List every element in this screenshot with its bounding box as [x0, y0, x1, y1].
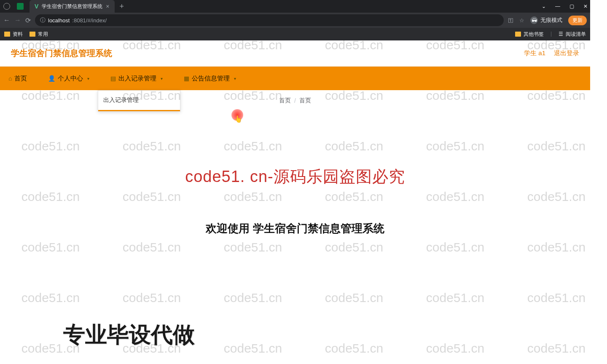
- watermark-banner: code51. cn-源码乐园盗图必究: [0, 166, 590, 187]
- nav-records[interactable]: ▤出入记录管理▾: [110, 75, 163, 83]
- info-icon: ⓘ: [40, 16, 46, 24]
- tab-strip: V 学生宿舍门禁信息管理系统 × +: [0, 0, 124, 13]
- url-path: :8081/#/index/: [72, 17, 107, 24]
- nav-profile[interactable]: 👤个人中心▾: [48, 75, 89, 83]
- main-content: code51. cn-源码乐园盗图必究 欢迎使用 学生宿舍门禁信息管理系统 专业…: [0, 111, 590, 350]
- new-tab-button[interactable]: +: [120, 2, 124, 11]
- separator: |: [551, 31, 552, 38]
- key-icon[interactable]: ⚿: [508, 17, 513, 24]
- update-button[interactable]: 更新: [568, 16, 587, 25]
- main-nav: ⌂首页 👤个人中心▾ ▤出入记录管理▾ ▦公告信息管理▾ 出入记录管理 👆: [0, 67, 590, 90]
- promo-text: 专业毕设代做: [0, 320, 590, 350]
- reload-button[interactable]: ⟳: [25, 16, 31, 24]
- minimize-icon[interactable]: —: [555, 3, 560, 9]
- star-icon[interactable]: ☆: [519, 17, 524, 24]
- tab-title: 学生宿舍门禁信息管理系统: [42, 3, 102, 10]
- app-title: 学生宿舍门禁信息管理系统: [11, 48, 112, 59]
- folder-icon: [30, 32, 35, 37]
- app-header: 学生宿舍门禁信息管理系统 学生 a1 退出登录: [0, 40, 590, 67]
- vue-logo-icon: V: [35, 3, 38, 10]
- user-info[interactable]: 学生 a1: [524, 49, 545, 57]
- grid-icon: ▦: [184, 75, 189, 82]
- url-bar: ← → ⟳ ⓘ localhost:8081/#/index/ ⚿ ☆ 🕶 无痕…: [0, 13, 590, 28]
- list-icon: ☰: [559, 31, 563, 37]
- nav-dropdown: 出入记录管理 👆: [98, 90, 180, 112]
- list-icon: ▤: [110, 75, 116, 82]
- forward-button[interactable]: →: [14, 16, 21, 24]
- breadcrumb-separator: /: [294, 97, 296, 104]
- bookmark-folder[interactable]: 常用: [30, 31, 48, 38]
- other-bookmarks[interactable]: 其他书签: [515, 31, 544, 38]
- chevron-down-icon[interactable]: ⌄: [542, 3, 546, 9]
- tab-active[interactable]: V 学生宿舍门禁信息管理系统 ×: [30, 0, 115, 13]
- tab-inactive-icon[interactable]: [17, 3, 24, 10]
- nav-notices[interactable]: ▦公告信息管理▾: [184, 75, 236, 83]
- chevron-down-icon: ▾: [87, 76, 89, 81]
- address-bar[interactable]: ⓘ localhost:8081/#/index/: [35, 14, 504, 26]
- tab-inactive-icon[interactable]: [3, 3, 10, 10]
- incognito-indicator: 🕶 无痕模式: [530, 16, 562, 24]
- user-icon: 👤: [48, 75, 55, 82]
- back-button[interactable]: ←: [3, 16, 10, 24]
- breadcrumb: 首页 / 首页: [0, 90, 590, 111]
- home-icon: ⌂: [8, 75, 12, 82]
- url-host: localhost: [48, 17, 70, 24]
- chevron-down-icon: ▾: [234, 76, 236, 81]
- browser-titlebar: V 学生宿舍门禁信息管理系统 × + ⌄ — ▢ ✕: [0, 0, 590, 13]
- tab-close-icon[interactable]: ×: [106, 3, 109, 10]
- welcome-heading: 欢迎使用 学生宿舍门禁信息管理系统: [0, 221, 590, 236]
- logout-link[interactable]: 退出登录: [554, 49, 579, 57]
- bookmark-folder[interactable]: 资料: [4, 31, 23, 38]
- folder-icon: [4, 32, 10, 37]
- close-window-icon[interactable]: ✕: [583, 3, 588, 9]
- incognito-label: 无痕模式: [540, 16, 562, 24]
- reading-list[interactable]: ☰阅读清单: [559, 31, 586, 38]
- chevron-down-icon: ▾: [161, 76, 163, 81]
- folder-icon: [515, 32, 521, 37]
- bookmarks-bar: 资料 常用 其他书签 | ☰阅读清单: [0, 28, 590, 40]
- breadcrumb-item[interactable]: 首页: [279, 97, 291, 104]
- incognito-icon: 🕶: [530, 16, 538, 24]
- window-controls: ⌄ — ▢ ✕: [542, 3, 588, 9]
- maximize-icon[interactable]: ▢: [569, 3, 574, 9]
- breadcrumb-item: 首页: [299, 97, 311, 104]
- nav-home[interactable]: ⌂首页: [8, 75, 27, 83]
- dropdown-item-records[interactable]: 出入记录管理: [98, 91, 180, 111]
